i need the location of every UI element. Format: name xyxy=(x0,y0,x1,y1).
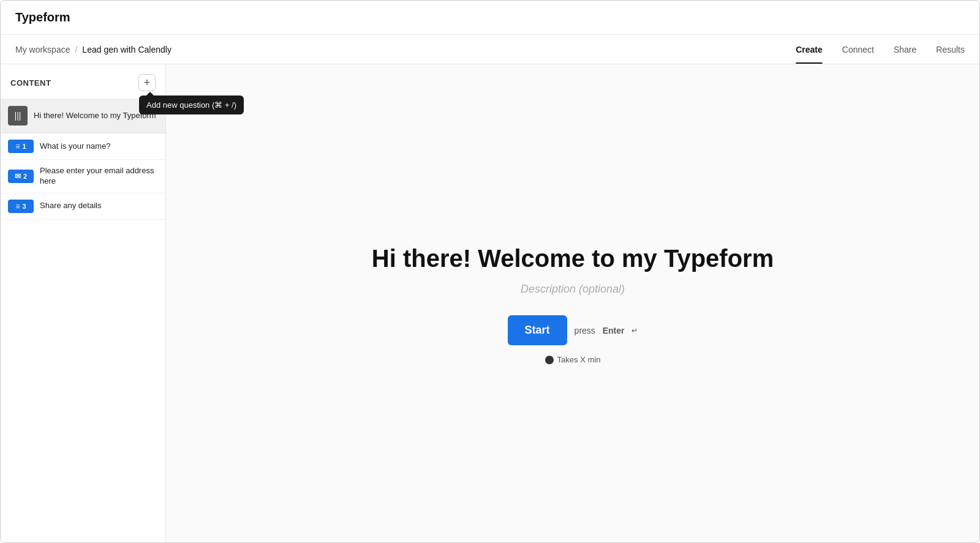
question-label-1: What is your name? xyxy=(40,141,111,152)
question-item-2[interactable]: ✉ 2 Please enter your email address here xyxy=(1,160,165,193)
enter-symbol: ↵ xyxy=(631,326,638,335)
start-button[interactable]: Start xyxy=(508,315,567,345)
question-type-icon-1: ≡ xyxy=(15,142,20,151)
start-row: Start press Enter ↵ xyxy=(372,315,774,345)
sidebar: Content + Add new question (⌘ + /) ||| H… xyxy=(1,64,166,543)
question-item-3[interactable]: ≡ 3 Share any details xyxy=(1,193,165,220)
sidebar-header: Content + Add new question (⌘ + /) xyxy=(1,64,165,99)
add-question-button[interactable]: + Add new question (⌘ + /) xyxy=(138,74,156,91)
question-badge-1: ≡ 1 xyxy=(8,140,34,153)
nav-tabs: Create Connect Share Results xyxy=(796,35,965,64)
preview-card: Hi there! Welcome to my Typeform Descrip… xyxy=(372,244,774,364)
question-item-1[interactable]: ≡ 1 What is your name? xyxy=(1,133,165,160)
welcome-text: Hi there! Welcome to my Typeform xyxy=(34,111,156,121)
tab-connect[interactable]: Connect xyxy=(842,35,874,64)
sidebar-title: Content xyxy=(10,78,51,88)
content-area: Hi there! Welcome to my Typeform Descrip… xyxy=(166,64,979,543)
enter-key-label: Enter xyxy=(603,326,625,335)
tab-create[interactable]: Create xyxy=(796,35,823,64)
top-bar: Typeform xyxy=(1,1,979,35)
question-type-icon-2: ✉ xyxy=(15,172,21,181)
breadcrumb-separator: / xyxy=(75,45,77,54)
app-title: Typeform xyxy=(15,10,70,24)
nav-bar: My workspace / Lead gen with Calendly Cr… xyxy=(1,35,979,64)
question-badge-3: ≡ 3 xyxy=(8,200,34,213)
welcome-icon: ||| xyxy=(8,106,28,125)
breadcrumb: My workspace / Lead gen with Calendly xyxy=(15,45,172,54)
takes-time: Takes X min xyxy=(372,355,774,364)
question-label-3: Share any details xyxy=(40,201,101,211)
clock-icon xyxy=(545,356,554,364)
question-badge-2: ✉ 2 xyxy=(8,170,34,183)
preview-title: Hi there! Welcome to my Typeform xyxy=(372,244,774,273)
preview-description: Description (optional) xyxy=(372,283,774,296)
workspace-link[interactable]: My workspace xyxy=(15,45,70,54)
question-label-2: Please enter your email address here xyxy=(40,166,158,187)
form-name: Lead gen with Calendly xyxy=(82,45,172,54)
press-enter-hint: press Enter ↵ xyxy=(575,326,638,335)
main-layout: Content + Add new question (⌘ + /) ||| H… xyxy=(1,64,979,543)
question-type-icon-3: ≡ xyxy=(15,202,20,211)
tab-share[interactable]: Share xyxy=(894,35,916,64)
welcome-slide[interactable]: ||| Hi there! Welcome to my Typeform xyxy=(1,99,165,133)
tab-results[interactable]: Results xyxy=(936,35,965,64)
